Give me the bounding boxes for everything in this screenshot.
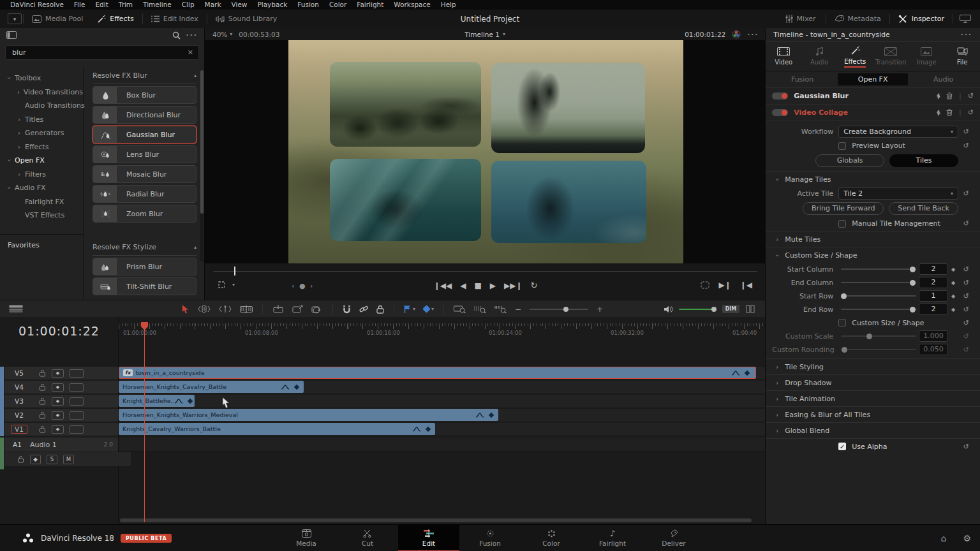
effect-item-directional-blur[interactable]: Directional Blur (93, 106, 197, 124)
audio-monitor-icon[interactable] (664, 305, 672, 313)
sidebar-item-audio-transitions[interactable]: Audio Transitions (0, 99, 83, 113)
selection-mode-icon[interactable] (182, 305, 189, 314)
next-clip-icon[interactable]: ▶❙ (718, 281, 731, 290)
custom-rounding-slider[interactable] (841, 349, 916, 350)
track-v5-label[interactable]: V5 (4, 369, 34, 377)
edit-index-button[interactable]: Edit Index (144, 10, 205, 28)
project-settings-gear-icon[interactable]: ⚙ (963, 533, 971, 543)
flag-button[interactable]: ▾ (404, 305, 415, 313)
end-row-value[interactable]: 2 (919, 304, 948, 315)
track-enable-icon[interactable] (70, 425, 84, 434)
reset-icon[interactable]: ↺ (963, 265, 969, 274)
start-column-slider[interactable] (841, 268, 916, 270)
menu-help[interactable]: Help (436, 0, 461, 10)
menu-view[interactable]: View (226, 0, 253, 10)
sidebar-item-effects[interactable]: ›Effects (0, 140, 83, 154)
reorder-icon[interactable]: ▲▼ (937, 93, 940, 99)
page-tab-edit[interactable]: Edit (398, 525, 459, 551)
reset-icon[interactable]: ↺ (963, 219, 969, 228)
reset-icon[interactable]: ↺ (963, 305, 969, 314)
reset-icon[interactable]: ↺ (968, 92, 974, 100)
end-column-value[interactable]: 2 (919, 277, 948, 288)
clip-horsemen-knights-warriors-medieval[interactable]: Horsemen_Knights_Warriors_Medieval (119, 409, 498, 421)
reset-icon[interactable]: ↺ (963, 128, 969, 136)
mixer-button[interactable]: Mixer (778, 10, 823, 28)
project-manager-icon[interactable]: ⌂ (941, 533, 947, 543)
reset-icon[interactable]: ↺ (968, 108, 974, 117)
lock-icon[interactable] (39, 425, 46, 433)
keyframe-diamond-icon[interactable] (294, 384, 299, 389)
replace-clip-icon[interactable] (311, 305, 323, 314)
panel-options-icon[interactable]: ··· (186, 31, 198, 40)
dynamic-trim-mode-icon[interactable] (219, 305, 232, 313)
marker-dropdown-icon[interactable]: ▾ (431, 306, 434, 312)
keyframe-icon[interactable]: ◆ (948, 307, 958, 312)
custom-scale-slider[interactable] (841, 335, 916, 337)
interface-toggle-icon[interactable]: ▾ (8, 13, 22, 24)
solo-button[interactable]: S (47, 455, 57, 464)
keyframe-diamond-icon[interactable] (745, 370, 750, 375)
mute-button[interactable]: M (63, 455, 74, 464)
subtab-open-fx[interactable]: Open FX (838, 73, 909, 85)
reset-icon[interactable]: ↺ (963, 332, 969, 341)
viewer-options-icon[interactable]: ··· (747, 31, 759, 38)
page-tab-cut[interactable]: Cut (337, 525, 398, 551)
menu-color[interactable]: Color (324, 0, 352, 10)
lock-icon[interactable] (17, 455, 24, 463)
timeline-horizontal-scrollbar[interactable] (120, 518, 752, 522)
subtab-audio[interactable]: Audio (908, 73, 979, 85)
reset-icon[interactable]: ↺ (963, 443, 969, 451)
send-tile-back-button[interactable]: Send Tile Back (889, 202, 958, 215)
keyframe-diamond-icon[interactable] (489, 412, 494, 417)
dim-button[interactable]: DIM (722, 305, 740, 313)
viewer-scrubber[interactable] (214, 271, 757, 272)
globals-button[interactable]: Globals (815, 154, 884, 167)
menu-clip[interactable]: Clip (177, 0, 200, 10)
active-tile-dropdown[interactable]: Tile 2▾ (838, 187, 958, 200)
manual-tile-management-checkbox[interactable] (838, 220, 846, 228)
search-input[interactable] (11, 48, 184, 57)
menu-davinci-resolve[interactable]: DaVinci Resolve (5, 0, 69, 10)
subtab-fusion[interactable]: Fusion (767, 73, 838, 85)
auto-select-icon[interactable]: ◆ (52, 411, 64, 420)
effect-enable-toggle[interactable] (772, 109, 788, 116)
page-tab-deliver[interactable]: Deliver (643, 525, 704, 551)
clip-horsemen-knights-cavalry-battle[interactable]: Horsemen_Knights_Cavalry_Battle (119, 381, 304, 393)
track-v3-label[interactable]: V3 (4, 397, 34, 405)
effect-item-prism-blur[interactable]: Prism Blur (93, 258, 197, 276)
effect-item-lens-blur[interactable]: Lens Blur (93, 145, 197, 163)
track-enable-icon[interactable] (70, 411, 84, 420)
viewer-playhead[interactable] (234, 267, 235, 276)
playhead-marker[interactable] (141, 322, 148, 331)
lock-icon[interactable] (39, 383, 46, 391)
lock-icon[interactable] (39, 397, 46, 405)
clip-town-in-a-countryside[interactable]: fx town_in_a_countryside (119, 367, 756, 379)
section-custom-size-shape[interactable]: › Custom Size / Shape (766, 247, 980, 263)
viewer-canvas[interactable] (205, 40, 766, 263)
auto-select-icon[interactable]: ◆ (52, 397, 64, 406)
group-resolve-fx-stylize[interactable]: Resolve FX Stylize▴ (93, 239, 197, 256)
reset-icon[interactable]: ↺ (963, 189, 969, 198)
clip-knights-cavalry-warriors-battle[interactable]: Knights_Cavalry_Warriors_Battle (119, 423, 435, 435)
volume-slider[interactable] (679, 309, 716, 310)
stop-button[interactable]: ■ (474, 281, 481, 290)
split-view-icon[interactable] (746, 305, 755, 313)
sidebar-item-audio-fx[interactable]: ›Audio FX (0, 181, 83, 195)
section-tile-animation[interactable]: › Tile Animation (766, 390, 980, 406)
timeline-selector[interactable]: Timeline 1▾ (464, 31, 505, 38)
sound-library-button[interactable]: Sound Library (209, 10, 285, 28)
custom-zoom-icon[interactable] (454, 305, 466, 313)
trim-edit-mode-icon[interactable] (198, 305, 211, 313)
menu-timeline[interactable]: Timeline (138, 0, 177, 10)
lock-icon[interactable] (39, 369, 46, 377)
menu-file[interactable]: File (69, 0, 91, 10)
tab-transition[interactable]: Transition (873, 41, 909, 71)
keyframe-diamond-icon[interactable] (426, 426, 431, 431)
section-drop-shadow[interactable]: › Drop Shadow (766, 374, 980, 390)
crop-dropdown-icon[interactable]: ▾ (232, 282, 235, 288)
clear-search-icon[interactable]: ✕ (188, 48, 193, 57)
keyframe-icon[interactable]: ◆ (948, 267, 958, 272)
effect-item-box-blur[interactable]: Box Blur (93, 86, 197, 104)
panel-layout-icon[interactable] (6, 31, 17, 39)
page-tab-fusion[interactable]: Fusion (459, 525, 521, 551)
